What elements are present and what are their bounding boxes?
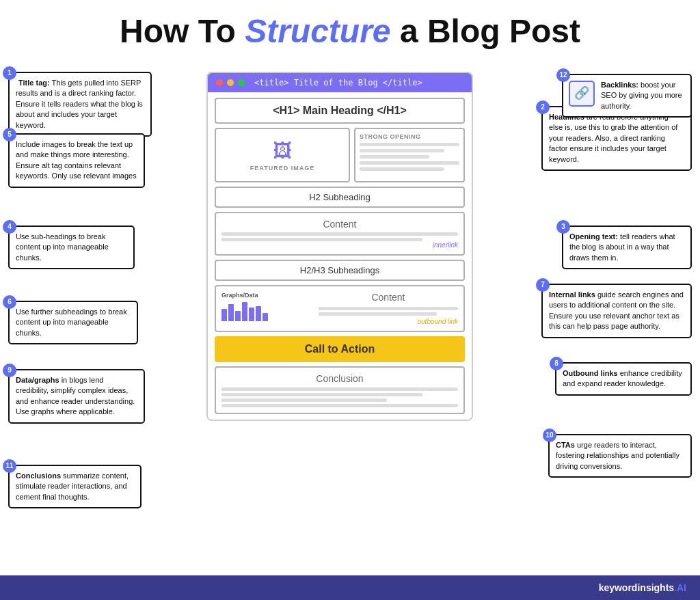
featured-image-label: FEATURED IMAGE <box>250 165 314 172</box>
dot-green <box>238 79 245 86</box>
annotation-6: 6 Use further subheadings to break conte… <box>8 301 138 344</box>
annotation-8: 8 Outbound links enhance credibility and… <box>555 362 692 396</box>
badge-6: 6 <box>3 295 16 309</box>
annotation-11: 11 Conclusions summarize content, stimul… <box>8 465 142 508</box>
dot-red <box>216 79 223 86</box>
featured-image-icon: 🖼 <box>273 139 292 162</box>
badge-9: 9 <box>3 364 16 377</box>
annotation-1: 1 Title tag: This gets pulled into SERP … <box>8 72 152 137</box>
cta-label: Call to Action <box>305 343 375 355</box>
inner-link: innerlink <box>221 241 458 249</box>
main-container: How To Structure a Blog Post <title> Tit… <box>0 0 700 600</box>
badge-12: 12 <box>556 68 570 82</box>
content-label-1: Content <box>221 219 458 230</box>
annotation-3-text: Opening text: tell readers what the blog… <box>569 232 675 262</box>
ann5-text: Include images to break the text up and … <box>16 140 137 180</box>
annotation-12: 🔗 12 Backlinks: boost your SEO by giving… <box>562 74 692 118</box>
ann7-bold: Internal links <box>549 290 595 299</box>
badge-3: 3 <box>556 220 570 234</box>
ann12-bold: Backlinks: <box>601 81 638 89</box>
conc-line2 <box>221 393 422 396</box>
text-line-1 <box>360 143 459 146</box>
annotation-10: 10 CTAs urge readers to interact, foster… <box>548 434 692 478</box>
featured-image-box: 🖼 FEATURED IMAGE <box>215 128 350 182</box>
conc-line1 <box>221 387 458 391</box>
badge-11: 11 <box>3 459 16 473</box>
gr-line2 <box>319 312 437 316</box>
h1-label: <H1> Main Heading </H1> <box>273 105 407 116</box>
blog-body: <H1> Main Heading </H1> 🖼 FEATURED IMAGE… <box>208 92 472 420</box>
badge-10: 10 <box>543 428 556 442</box>
content-label-2: Content <box>319 292 458 303</box>
bar-6 <box>256 306 261 321</box>
annotation-2-text: Headlines are read before anything else … <box>549 113 677 163</box>
conc-line4 <box>221 404 458 407</box>
annotation-10-text: CTAs urge readers to interact, fostering… <box>556 441 679 470</box>
badge-8: 8 <box>550 357 563 370</box>
h2h3-box: H2/H3 Subheadings <box>215 260 465 281</box>
backlinks-icon: 🔗 <box>569 81 595 107</box>
badge-5: 5 <box>3 128 16 141</box>
browser-title: <title> Title of the Blog </title> <box>254 78 422 87</box>
outbound-link: outbound link <box>319 318 458 325</box>
annotation-8-text: Outbound links enhance credibility and e… <box>563 369 682 387</box>
logo-ai: .AI <box>674 582 686 593</box>
ann9-bold: Data/graphs <box>16 376 59 384</box>
ann10-bold: CTAs <box>556 441 575 449</box>
ann1-bold: Title tag: <box>18 79 50 87</box>
title-highlight: Structure <box>245 13 390 49</box>
badge-1: 1 <box>3 66 16 80</box>
page-title: How To Structure a Blog Post <box>14 14 686 50</box>
conclusion-box: Conclusion <box>215 366 465 414</box>
bar-chart <box>221 301 314 321</box>
graphs-left: Graphs/Data <box>221 292 314 325</box>
bar-4 <box>242 302 247 321</box>
graphs-label: Graphs/Data <box>221 292 314 299</box>
annotation-4: 4 Use sub-headings to break content up i… <box>8 226 135 269</box>
ann3-bold: Opening text: <box>569 232 618 241</box>
bar-2 <box>228 304 234 321</box>
text-line-3 <box>360 155 429 159</box>
bar-5 <box>249 308 254 321</box>
annotation-9-text: Data/graphs in blogs lend credibility, s… <box>16 376 135 415</box>
annotation-7-text: Internal links guide search engines and … <box>549 290 684 330</box>
graphs-right: Content outbound link <box>319 292 458 325</box>
h2-subheading-box: H2 Subheading <box>215 187 465 208</box>
ann8-bold: Outbound links <box>563 369 618 377</box>
annotation-12-text: Backlinks: boost your SEO by giving you … <box>601 81 682 110</box>
title-suffix: a Blog Post <box>391 13 580 49</box>
annotation-3: 3 Opening text: tell readers what the bl… <box>562 226 692 269</box>
badge-4: 4 <box>3 220 16 234</box>
ann11-bold: Conclusions <box>16 472 61 480</box>
gr-line1 <box>319 307 458 310</box>
h2h3-label: H2/H3 Subheadings <box>300 265 379 275</box>
conc-line3 <box>221 398 387 402</box>
annotation-9: 9 Data/graphs in blogs lend credibility,… <box>8 369 145 424</box>
cta-box: Call to Action <box>215 336 465 362</box>
bar-1 <box>221 309 227 321</box>
text-line-2 <box>360 149 444 152</box>
h2-label: H2 Subheading <box>309 192 371 202</box>
text-line-5 <box>360 167 444 171</box>
strong-opening-box: STRONG OPENING <box>354 128 465 182</box>
ann10-text: urge readers to interact, fostering rela… <box>556 441 679 470</box>
text-line-4 <box>360 161 459 165</box>
badge-2: 2 <box>536 100 550 114</box>
annotation-11-text: Conclusions summarize content, stimulate… <box>16 472 129 501</box>
title-prefix: How To <box>120 13 245 49</box>
strong-opening-label: STRONG OPENING <box>360 133 459 140</box>
featured-row: 🖼 FEATURED IMAGE STRONG OPENING <box>215 128 465 182</box>
bar-7 <box>262 313 268 321</box>
cl1-line1 <box>221 232 458 236</box>
conclusion-label: Conclusion <box>221 373 458 384</box>
badge-7: 7 <box>536 278 550 292</box>
footer-bar: keywordinsights.AI <box>0 575 700 600</box>
blog-mockup: <title> Title of the Blog </title> <H1> … <box>206 72 473 421</box>
content-box-1: Content innerlink <box>215 212 465 256</box>
annotation-7: 7 Internal links guide search engines an… <box>541 284 692 338</box>
ann4-text: Use sub-headings to break content up int… <box>16 232 109 262</box>
logo-main: keyword <box>599 582 638 593</box>
bar-3 <box>235 311 241 321</box>
footer-logo: keywordinsights.AI <box>599 582 686 593</box>
annotation-1-text: Title tag: This gets pulled into SERP re… <box>16 79 143 129</box>
